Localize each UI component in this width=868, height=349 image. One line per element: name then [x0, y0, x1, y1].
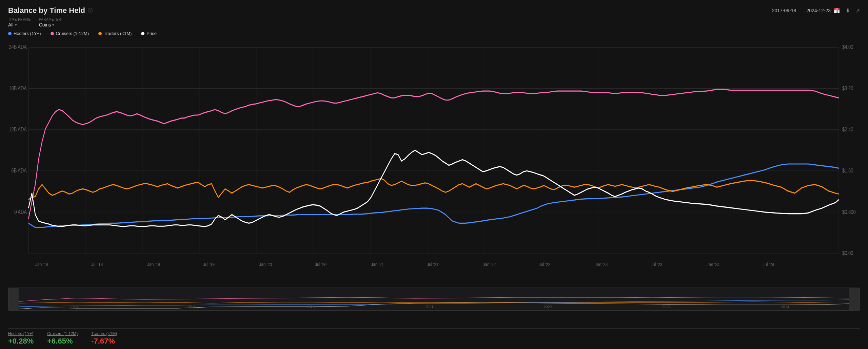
title-area: Balance by Time Held ⓘ [8, 6, 93, 15]
app-container: Balance by Time Held ⓘ 2017-09-18 — 2024… [0, 0, 868, 349]
info-icon[interactable]: ⓘ [88, 7, 93, 14]
mini-chart-svg: 2018 2019 2020 2021 2022 2023 2024 [8, 288, 860, 311]
svg-text:$3.20: $3.20 [842, 85, 853, 91]
main-chart-svg: 24B ADA 18B ADA 12B ADA 6B ADA 0 ADA $4.… [8, 39, 860, 288]
hodlers-stat-label-text: Hodlers (1Y+) [8, 331, 33, 336]
hodlers-stat-value: +0.28% [8, 337, 34, 346]
svg-text:$2.40: $2.40 [842, 127, 853, 133]
timeframe-label: TIME FRAME [8, 18, 31, 21]
svg-text:0 ADA: 0 ADA [14, 209, 27, 215]
svg-text:Jul '18: Jul '18 [91, 262, 103, 268]
timeframe-value: All [8, 22, 14, 27]
svg-text:Jul '20: Jul '20 [315, 262, 327, 268]
svg-text:Jan '24: Jan '24 [707, 262, 720, 268]
legend-cruisers[interactable]: Cruisers (1-12M) [51, 31, 89, 36]
hodlers-stat-label: Hodlers (1Y+) [8, 331, 34, 336]
hodlers-stat: Hodlers (1Y+) +0.28% [8, 331, 34, 346]
cruisers-stat-value: +6.65% [47, 337, 78, 346]
svg-text:18B ADA: 18B ADA [9, 85, 27, 91]
parameter-select[interactable]: Coins ▾ [39, 22, 61, 27]
page-title: Balance by Time Held [8, 6, 85, 15]
svg-text:2024: 2024 [781, 305, 789, 309]
price-dot [141, 32, 144, 35]
traders-label: Traders (<1M) [104, 31, 132, 36]
cruisers-label: Cruisers (1-12M) [56, 31, 89, 36]
svg-text:$0.00: $0.00 [842, 250, 853, 256]
date-range: 2017-09-18 — 2024-12-23 📅 [772, 7, 840, 14]
mini-chart[interactable]: 2018 2019 2020 2021 2022 2023 2024 [8, 288, 860, 311]
header-row: Balance by Time Held ⓘ 2017-09-18 — 2024… [8, 6, 860, 15]
hodlers-label: Hodlers (1Y+) [14, 31, 41, 36]
svg-text:Jul '19: Jul '19 [203, 262, 215, 268]
svg-text:2023: 2023 [662, 305, 670, 309]
svg-text:Jul '22: Jul '22 [539, 262, 550, 268]
svg-text:Jan '23: Jan '23 [595, 262, 608, 268]
traders-dot [98, 32, 102, 35]
svg-text:Jul '23: Jul '23 [651, 262, 662, 268]
calendar-icon[interactable]: 📅 [833, 7, 840, 14]
parameter-chevron: ▾ [52, 23, 54, 27]
svg-rect-47 [8, 288, 19, 311]
svg-text:2018: 2018 [70, 305, 78, 309]
parameter-label: PARAMETER [39, 18, 61, 21]
traders-stat: Traders (<1M) -7.67% [91, 331, 117, 346]
svg-text:Jan '19: Jan '19 [147, 262, 160, 268]
download-icon[interactable]: ⬇ [846, 7, 850, 14]
timeframe-select[interactable]: All ▾ [8, 22, 31, 27]
timeframe-control: TIME FRAME All ▾ [8, 18, 31, 27]
parameter-control: PARAMETER Coins ▾ [39, 18, 61, 27]
controls-row: TIME FRAME All ▾ PARAMETER Coins ▾ [8, 18, 860, 27]
svg-rect-48 [849, 288, 860, 311]
svg-text:Jul '21: Jul '21 [427, 262, 438, 268]
svg-text:24B ADA: 24B ADA [9, 44, 27, 50]
traders-stat-label-text: Traders (<1M) [91, 331, 117, 336]
svg-text:Jan '20: Jan '20 [259, 262, 272, 268]
cruisers-stat-label-text: Cruisers (1-12M) [47, 331, 78, 336]
svg-text:Jul '24: Jul '24 [763, 262, 774, 268]
svg-text:Jan '18: Jan '18 [35, 262, 48, 268]
svg-text:12B ADA: 12B ADA [9, 127, 27, 133]
hodlers-dot [8, 32, 12, 35]
svg-text:2020: 2020 [307, 305, 315, 309]
share-icon[interactable]: ↗ [855, 7, 860, 14]
date-end: 2024-12-23 [806, 8, 831, 13]
legend-price[interactable]: Price [141, 31, 157, 36]
stats-row: Hodlers (1Y+) +0.28% Cruisers (1-12M) +6… [8, 328, 860, 346]
price-line [28, 150, 839, 227]
svg-text:Jan '21: Jan '21 [371, 262, 384, 268]
svg-text:2019: 2019 [188, 305, 196, 309]
main-chart: 24B ADA 18B ADA 12B ADA 6B ADA 0 ADA $4.… [8, 39, 860, 288]
svg-text:2021: 2021 [425, 305, 433, 309]
svg-text:$0.800: $0.800 [842, 209, 856, 215]
date-start: 2017-09-18 [772, 8, 796, 13]
price-label: Price [146, 31, 157, 36]
traders-stat-value: -7.67% [91, 337, 117, 346]
legend-traders[interactable]: Traders (<1M) [98, 31, 132, 36]
cruisers-dot [51, 32, 54, 35]
svg-text:$4.00: $4.00 [842, 44, 853, 50]
cruisers-stat: Cruisers (1-12M) +6.65% [47, 331, 78, 346]
traders-stat-label: Traders (<1M) [91, 331, 117, 336]
timeframe-chevron: ▾ [15, 23, 17, 27]
svg-text:2022: 2022 [544, 305, 552, 309]
cruisers-stat-label: Cruisers (1-12M) [47, 331, 78, 336]
svg-text:6B ADA: 6B ADA [12, 168, 27, 174]
date-arrow: — [799, 8, 804, 13]
parameter-value: Coins [39, 22, 51, 27]
legend-hodlers[interactable]: Hodlers (1Y+) [8, 31, 41, 36]
svg-text:Jan '22: Jan '22 [483, 262, 496, 268]
svg-text:$1.60: $1.60 [842, 168, 853, 174]
hodlers-line [28, 164, 839, 227]
chart-area: 24B ADA 18B ADA 12B ADA 6B ADA 0 ADA $4.… [8, 39, 860, 325]
legend-row: Hodlers (1Y+) Cruisers (1-12M) Traders (… [8, 31, 860, 36]
